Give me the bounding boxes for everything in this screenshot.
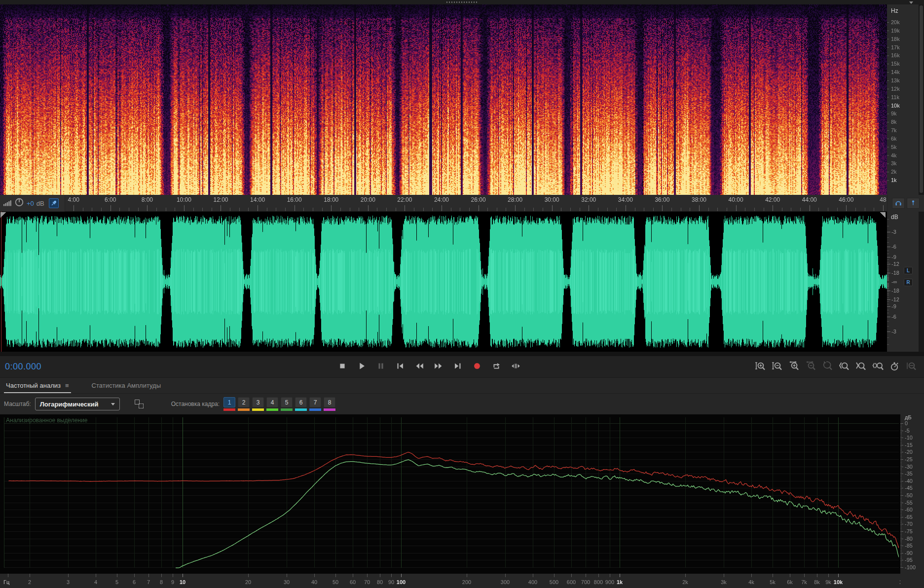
zoom-full-icon: [906, 361, 918, 373]
scrollbar-grip-icon[interactable]: [446, 1, 478, 3]
loop-icon: [491, 361, 502, 373]
marker-button[interactable]: [907, 198, 920, 209]
zoom-selection-icon: [872, 361, 884, 373]
stop-button[interactable]: [336, 361, 348, 373]
play-button[interactable]: [356, 361, 368, 373]
hold-button-4[interactable]: 4: [266, 397, 278, 411]
pin-button[interactable]: [49, 198, 59, 208]
hold-number[interactable]: 2: [238, 397, 250, 407]
tab-label: Статистика Амплитуды: [92, 382, 161, 389]
vertical-scrollbar[interactable]: [919, 212, 924, 352]
rewind-icon: [414, 361, 425, 373]
hold-number[interactable]: 3: [252, 397, 264, 407]
hold-button-2[interactable]: 2: [238, 397, 250, 411]
zoom-out-amplitude-button[interactable]: [771, 361, 784, 373]
zoom-full-button[interactable]: [905, 361, 918, 373]
hold-color-strip: [281, 408, 293, 411]
hold-button-6[interactable]: 6: [295, 397, 307, 411]
skip-selection-icon: [510, 361, 521, 373]
fast-forward-button[interactable]: [433, 361, 444, 373]
scale-select[interactable]: Логарифмический: [35, 398, 120, 410]
hold-button-7[interactable]: 7: [309, 397, 321, 411]
timer-button[interactable]: [888, 361, 901, 373]
horizontal-scrollbar[interactable]: [0, 0, 924, 4]
zoom-reset-icon: [822, 361, 834, 373]
zoom-in-amplitude-button[interactable]: [754, 361, 767, 373]
zoom-out-time-button[interactable]: [805, 361, 817, 373]
zoom-in-time-button[interactable]: [788, 361, 801, 373]
panel-tabs: Частотный анализ ≡ Статистика Амплитуды: [0, 378, 924, 394]
zoom-out-point-button[interactable]: [855, 361, 868, 373]
zoom-out-point-icon: [855, 361, 867, 373]
hold-color-strip: [309, 408, 321, 411]
hold-number[interactable]: 1: [223, 397, 235, 407]
skip-selection-button[interactable]: [510, 361, 521, 373]
hold-button-8[interactable]: 8: [324, 397, 335, 411]
frequency-analysis-plot[interactable]: Анализированное выделение: [0, 414, 900, 574]
hold-number[interactable]: 6: [295, 397, 307, 407]
tab-amplitude-statistics[interactable]: Статистика Амплитуды: [90, 382, 163, 393]
vertical-scrollbar[interactable]: [919, 4, 924, 195]
hold-number[interactable]: 4: [266, 397, 278, 407]
transport-buttons: [104, 361, 754, 373]
zoom-in-point-icon: [839, 361, 850, 373]
hold-color-strip: [266, 408, 278, 411]
levels-icon: [3, 198, 12, 208]
hold-button-5[interactable]: 5: [281, 397, 293, 411]
corner-grip-icon[interactable]: [0, 212, 6, 218]
hold-button-1[interactable]: 1: [223, 397, 235, 411]
stop-icon: [337, 361, 348, 373]
tab-frequency-analysis[interactable]: Частотный анализ ≡: [4, 382, 71, 393]
record-icon: [472, 361, 482, 373]
zoom-selection-button[interactable]: [872, 361, 885, 373]
chevron-down-icon: [111, 403, 115, 405]
gain-unit: dB: [37, 200, 44, 207]
tab-label: Частотный анализ: [6, 382, 61, 389]
copy-icon: [139, 404, 144, 408]
hold-buttons: 12345678: [223, 397, 335, 411]
channel-left-badge[interactable]: L: [904, 267, 913, 274]
zoom-out-horizontal-icon: [805, 361, 817, 373]
loop-playback-button[interactable]: [490, 361, 502, 373]
spectrogram-view[interactable]: [0, 4, 887, 195]
monitor-button[interactable]: [892, 198, 905, 209]
hold-color-strip: [223, 408, 235, 411]
hold-color-strip: [252, 408, 264, 411]
rewind-button[interactable]: [413, 361, 425, 373]
hold-number[interactable]: 8: [324, 397, 335, 407]
playhead-time[interactable]: 0:00.000: [0, 362, 104, 372]
channel-right-badge[interactable]: R: [904, 279, 913, 286]
hold-number[interactable]: 5: [281, 397, 293, 407]
pause-button[interactable]: [375, 361, 387, 373]
hold-color-strip: [238, 408, 250, 411]
zoom-reset-button[interactable]: [821, 361, 834, 373]
hold-number[interactable]: 7: [309, 397, 321, 407]
zoom-out-vertical-icon: [772, 361, 783, 373]
hold-color-strip: [295, 408, 307, 411]
hold-label: Остановка кадра:: [171, 401, 220, 407]
analysis-controls: Масштаб: Логарифмический Остановка кадра…: [0, 394, 924, 414]
waveform-view[interactable]: [0, 212, 887, 352]
skip-to-start-button[interactable]: [394, 361, 406, 373]
fast-forward-icon: [433, 361, 444, 373]
collapse-arrow-icon[interactable]: [909, 1, 913, 4]
panel-menu-icon[interactable]: ≡: [65, 382, 69, 389]
scale-value: Логарифмический: [40, 401, 99, 408]
timeline-ruler[interactable]: [0, 195, 887, 212]
skip-end-icon: [452, 361, 463, 373]
pin-icon: [910, 198, 917, 208]
snapshot-button[interactable]: [135, 400, 144, 408]
zoom-in-point-button[interactable]: [838, 361, 851, 373]
hud-toolbar: +0 dB: [0, 195, 65, 212]
gain-value[interactable]: +0: [27, 200, 34, 207]
record-button[interactable]: [471, 361, 483, 373]
scrollbar-handle[interactable]: [920, 5, 923, 193]
spectrogram-frequency-axis: [887, 4, 919, 195]
hold-color-strip: [324, 408, 335, 411]
hold-button-3[interactable]: 3: [252, 397, 264, 411]
ruler-right-toolbar: [887, 195, 924, 212]
skip-to-end-button[interactable]: [452, 361, 464, 373]
corner-grip-icon[interactable]: [880, 212, 886, 218]
volume-knob-icon[interactable]: [14, 197, 24, 209]
stopwatch-icon: [889, 361, 901, 373]
